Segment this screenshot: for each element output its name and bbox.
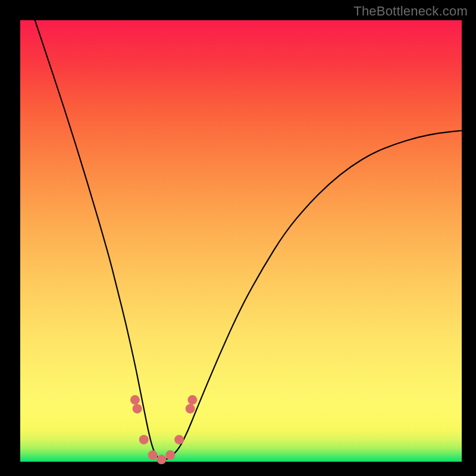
curve-marker (186, 404, 195, 414)
chart-frame: TheBottleneck.com (0, 0, 476, 476)
curve-marker (148, 450, 158, 460)
curve-marker (187, 395, 197, 405)
plot-area (20, 20, 462, 462)
watermark-text: TheBottleneck.com (353, 4, 468, 19)
bottleneck-curve (20, 0, 462, 459)
curve-marker (174, 435, 184, 444)
curve-marker (139, 435, 149, 444)
curve-marker (165, 450, 175, 460)
curve-marker (156, 455, 166, 464)
curve-markers (130, 395, 197, 464)
curve-marker (133, 404, 142, 414)
curve-layer (20, 20, 462, 462)
curve-marker (130, 395, 140, 405)
